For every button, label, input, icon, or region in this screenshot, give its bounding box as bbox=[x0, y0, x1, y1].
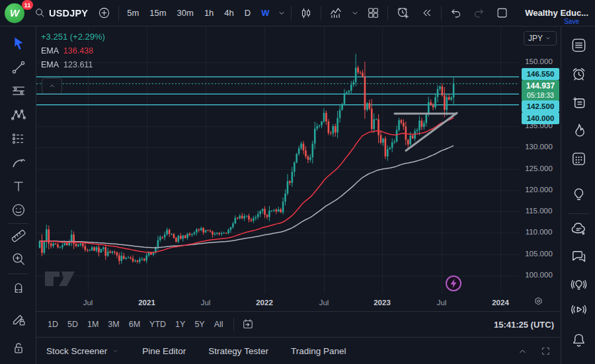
notes-button[interactable] bbox=[569, 92, 588, 112]
range-1y-button[interactable]: 1Y bbox=[171, 317, 190, 332]
streams-button[interactable] bbox=[569, 299, 588, 319]
grid-layout-icon bbox=[366, 6, 380, 20]
magnet-tool[interactable] bbox=[9, 277, 28, 297]
watchlist-button[interactable] bbox=[569, 35, 588, 55]
compare-add-button[interactable] bbox=[93, 3, 116, 23]
emoji-tool[interactable] bbox=[9, 200, 28, 220]
redo-button[interactable] bbox=[467, 3, 491, 23]
timeframe-15m-button[interactable]: 15m bbox=[144, 4, 171, 22]
fullscreen-button[interactable] bbox=[539, 344, 553, 358]
price-scale-settings-button[interactable] bbox=[532, 295, 545, 308]
trend-line-tool[interactable] bbox=[9, 57, 28, 77]
text-tool[interactable] bbox=[9, 176, 28, 196]
pattern-icon bbox=[10, 106, 27, 124]
time-axis-label: Jul bbox=[201, 299, 211, 307]
bar-replay-button[interactable] bbox=[415, 3, 438, 23]
undo-button[interactable] bbox=[444, 3, 467, 23]
price-tick-label: 150.000 bbox=[519, 57, 559, 65]
alerts-button[interactable] bbox=[569, 64, 588, 84]
search-icon bbox=[34, 7, 46, 19]
range-1m-button[interactable]: 1M bbox=[83, 317, 103, 332]
chat-icon bbox=[570, 247, 588, 265]
brush-icon bbox=[10, 154, 27, 171]
time-axis-label: Jul bbox=[83, 299, 93, 307]
account-logo[interactable]: W 11 bbox=[3, 1, 29, 25]
trading-chart-app: W 11 USDJPY 5m15m30m1h4hDW Wealthy Educ.… bbox=[0, 0, 595, 364]
calendar-button[interactable] bbox=[569, 149, 588, 168]
snapshot-button[interactable] bbox=[491, 3, 514, 23]
notification-badge: 11 bbox=[22, 0, 33, 10]
toolbar-divider bbox=[118, 6, 119, 20]
cursor-tool[interactable] bbox=[9, 34, 28, 54]
timeframe-4h-button[interactable]: 4h bbox=[219, 4, 239, 22]
live-ideas-button[interactable] bbox=[569, 274, 588, 294]
minds-button[interactable] bbox=[569, 219, 588, 239]
last-price-label: 144.937 05:18:33 bbox=[522, 80, 559, 101]
chart-legend: +3.251 (+2.29%) EMA 136.438 EMA 123.611 bbox=[41, 32, 105, 74]
price-tick-label: 105.000 bbox=[519, 250, 559, 258]
zoom-in-tool[interactable] bbox=[9, 249, 28, 269]
currency-selector[interactable]: JPY bbox=[524, 31, 557, 46]
fib-retracement-tool[interactable] bbox=[9, 81, 28, 101]
chevron-down-icon bbox=[350, 8, 360, 18]
timeframe-expand-button[interactable] bbox=[275, 3, 288, 23]
tab-stock-screener[interactable]: Stock Screener bbox=[46, 346, 120, 356]
timeframe-1h-button[interactable]: 1h bbox=[199, 4, 219, 22]
price-scale[interactable]: JPY 144.937 05:18:33 150.000135.000130.0… bbox=[519, 26, 561, 311]
emoji-icon bbox=[10, 201, 27, 219]
hotlists-button[interactable] bbox=[569, 120, 588, 140]
go-to-date-button[interactable] bbox=[239, 316, 257, 333]
pattern-tool[interactable] bbox=[9, 105, 28, 125]
drawing-toolbar bbox=[0, 26, 36, 364]
drawing-lock-tool[interactable] bbox=[9, 309, 28, 329]
measure-tool[interactable] bbox=[9, 226, 28, 246]
tab-label: Pine Editor bbox=[142, 346, 186, 356]
range-ytd-button[interactable]: YTD bbox=[145, 317, 171, 332]
bulbwaves-icon bbox=[570, 275, 588, 293]
chart-canvas[interactable] bbox=[36, 26, 519, 296]
ideas-button[interactable] bbox=[569, 184, 588, 203]
indicator-templates-button[interactable] bbox=[348, 3, 362, 23]
lock-icon bbox=[10, 340, 27, 357]
alert-price-label: 146.550 bbox=[522, 68, 559, 80]
time-axis-label: Jul bbox=[319, 299, 329, 307]
fib-icon bbox=[10, 83, 27, 100]
tab-label: Strategy Tester bbox=[208, 346, 268, 356]
timeframe-5m-button[interactable]: 5m bbox=[122, 4, 144, 22]
timeframe-30m-button[interactable]: 30m bbox=[172, 4, 199, 22]
redo-arrow-icon bbox=[472, 6, 486, 20]
chart-style-button[interactable] bbox=[294, 3, 318, 23]
time-axis[interactable]: Jul2021Jul2022Jul2023Jul2024 bbox=[36, 296, 519, 311]
layout-name[interactable]: Wealthy Educ... Save bbox=[525, 8, 595, 18]
footer-right-controls bbox=[516, 344, 561, 358]
create-alert-button[interactable] bbox=[391, 3, 415, 23]
chart-pane: +3.251 (+2.29%) EMA 136.438 EMA 123.611 … bbox=[36, 26, 519, 311]
range-1d-button[interactable]: 1D bbox=[43, 317, 63, 332]
range-6m-button[interactable]: 6M bbox=[124, 317, 145, 332]
undo-arrow-icon bbox=[449, 6, 463, 20]
notifications-button[interactable] bbox=[569, 330, 588, 350]
chat-button[interactable] bbox=[569, 246, 588, 266]
tab-trading-panel[interactable]: Trading Panel bbox=[291, 346, 346, 356]
lock-all-tool[interactable] bbox=[9, 338, 28, 358]
chevron-up-icon bbox=[48, 81, 57, 91]
timeframe-d-button[interactable]: D bbox=[239, 4, 256, 22]
bottom-panel-bar: Stock ScreenerPine EditorStrategy Tester… bbox=[36, 338, 561, 364]
save-button[interactable]: Save bbox=[564, 18, 579, 25]
range-5y-button[interactable]: 5Y bbox=[190, 317, 209, 332]
tab-strategy-tester[interactable]: Strategy Tester bbox=[208, 346, 268, 356]
range-all-button[interactable]: All bbox=[210, 317, 228, 332]
symbol-search[interactable]: USDJPY bbox=[29, 3, 93, 23]
ema-slow-label: EMA bbox=[41, 60, 59, 69]
brush-tool[interactable] bbox=[9, 153, 28, 172]
session-clock[interactable]: 15:41:25 (UTC) bbox=[494, 320, 555, 330]
range-5d-button[interactable]: 5D bbox=[63, 317, 83, 332]
panel-expand-button[interactable] bbox=[516, 344, 530, 358]
tab-pine-editor[interactable]: Pine Editor bbox=[142, 346, 186, 356]
prediction-tool[interactable] bbox=[9, 129, 28, 149]
indicators-button[interactable] bbox=[324, 3, 348, 23]
timeframe-w-button[interactable]: W bbox=[256, 4, 274, 22]
range-3m-button[interactable]: 3M bbox=[103, 317, 124, 332]
legend-collapse-button[interactable] bbox=[42, 78, 62, 94]
layout-grid-button[interactable] bbox=[362, 3, 385, 23]
